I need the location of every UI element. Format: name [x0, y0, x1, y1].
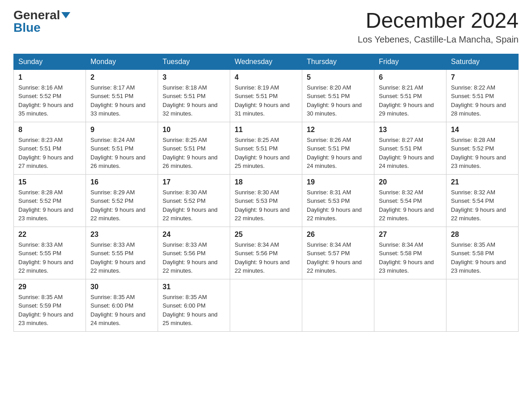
day-number: 21	[451, 178, 514, 186]
day-number: 22	[18, 231, 81, 239]
day-info: Sunrise: 8:30 AMSunset: 5:53 PMDaylight:…	[235, 188, 297, 223]
day-number: 11	[235, 126, 297, 134]
day-info: Sunrise: 8:25 AMSunset: 5:51 PMDaylight:…	[235, 136, 297, 171]
calendar-cell: 14Sunrise: 8:28 AMSunset: 5:52 PMDayligh…	[446, 122, 519, 174]
calendar-cell: 10Sunrise: 8:25 AMSunset: 5:51 PMDayligh…	[158, 122, 230, 174]
day-info: Sunrise: 8:22 AMSunset: 5:51 PMDaylight:…	[451, 83, 514, 118]
calendar-cell: 25Sunrise: 8:34 AMSunset: 5:56 PMDayligh…	[230, 227, 302, 279]
month-title: December 2024	[358, 9, 519, 33]
calendar-cell: 26Sunrise: 8:34 AMSunset: 5:57 PMDayligh…	[302, 227, 374, 279]
logo-blue-text: Blue	[13, 21, 41, 34]
weekday-header-tuesday: Tuesday	[158, 54, 230, 69]
calendar-cell: 24Sunrise: 8:33 AMSunset: 5:56 PMDayligh…	[158, 227, 230, 279]
calendar-header-row: SundayMondayTuesdayWednesdayThursdayFrid…	[14, 54, 519, 69]
calendar-week-row: 22Sunrise: 8:33 AMSunset: 5:55 PMDayligh…	[14, 227, 519, 279]
day-number: 5	[307, 73, 369, 81]
weekday-header-wednesday: Wednesday	[230, 54, 302, 69]
calendar-cell	[230, 279, 302, 331]
day-info: Sunrise: 8:33 AMSunset: 5:56 PMDaylight:…	[163, 240, 225, 275]
weekday-header-sunday: Sunday	[14, 54, 86, 69]
day-number: 15	[18, 178, 81, 186]
day-number: 31	[163, 283, 225, 291]
page-header: General Blue December 2024 Los Yebenes, …	[13, 9, 519, 45]
calendar-cell: 13Sunrise: 8:27 AMSunset: 5:51 PMDayligh…	[374, 122, 446, 174]
day-number: 2	[90, 73, 153, 81]
calendar-week-row: 8Sunrise: 8:23 AMSunset: 5:51 PMDaylight…	[14, 122, 519, 174]
calendar-cell: 12Sunrise: 8:26 AMSunset: 5:51 PMDayligh…	[302, 122, 374, 174]
calendar-cell: 17Sunrise: 8:30 AMSunset: 5:52 PMDayligh…	[158, 174, 230, 227]
day-number: 12	[307, 126, 369, 134]
calendar-table: SundayMondayTuesdayWednesdayThursdayFrid…	[13, 54, 519, 332]
day-info: Sunrise: 8:23 AMSunset: 5:51 PMDaylight:…	[18, 136, 81, 171]
calendar-cell: 19Sunrise: 8:31 AMSunset: 5:53 PMDayligh…	[302, 174, 374, 227]
day-info: Sunrise: 8:20 AMSunset: 5:51 PMDaylight:…	[307, 83, 369, 118]
day-number: 9	[90, 126, 153, 134]
day-number: 29	[18, 283, 81, 291]
day-info: Sunrise: 8:30 AMSunset: 5:52 PMDaylight:…	[163, 188, 225, 223]
calendar-week-row: 1Sunrise: 8:16 AMSunset: 5:52 PMDaylight…	[14, 69, 519, 122]
calendar-cell: 9Sunrise: 8:24 AMSunset: 5:51 PMDaylight…	[86, 122, 158, 174]
calendar-cell	[302, 279, 374, 331]
day-info: Sunrise: 8:31 AMSunset: 5:53 PMDaylight:…	[307, 188, 369, 223]
calendar-cell: 15Sunrise: 8:28 AMSunset: 5:52 PMDayligh…	[14, 174, 86, 227]
day-number: 27	[379, 231, 442, 239]
title-section: December 2024 Los Yebenes, Castille-La M…	[358, 9, 519, 45]
day-number: 3	[163, 73, 225, 81]
day-info: Sunrise: 8:18 AMSunset: 5:51 PMDaylight:…	[163, 83, 225, 118]
calendar-cell: 23Sunrise: 8:33 AMSunset: 5:55 PMDayligh…	[86, 227, 158, 279]
day-number: 1	[18, 73, 81, 81]
calendar-cell: 16Sunrise: 8:29 AMSunset: 5:52 PMDayligh…	[86, 174, 158, 227]
calendar-cell: 20Sunrise: 8:32 AMSunset: 5:54 PMDayligh…	[374, 174, 446, 227]
day-info: Sunrise: 8:28 AMSunset: 5:52 PMDaylight:…	[451, 136, 514, 171]
calendar-cell: 6Sunrise: 8:21 AMSunset: 5:51 PMDaylight…	[374, 69, 446, 122]
day-info: Sunrise: 8:29 AMSunset: 5:52 PMDaylight:…	[90, 188, 153, 223]
day-number: 19	[307, 178, 369, 186]
day-info: Sunrise: 8:34 AMSunset: 5:56 PMDaylight:…	[235, 240, 297, 275]
day-info: Sunrise: 8:17 AMSunset: 5:51 PMDaylight:…	[90, 83, 153, 118]
day-number: 16	[90, 178, 153, 186]
calendar-cell: 2Sunrise: 8:17 AMSunset: 5:51 PMDaylight…	[86, 69, 158, 122]
day-number: 20	[379, 178, 442, 186]
calendar-cell: 4Sunrise: 8:19 AMSunset: 5:51 PMDaylight…	[230, 69, 302, 122]
day-info: Sunrise: 8:34 AMSunset: 5:57 PMDaylight:…	[307, 240, 369, 275]
calendar-cell: 28Sunrise: 8:35 AMSunset: 5:58 PMDayligh…	[446, 227, 519, 279]
logo-triangle-icon	[61, 12, 70, 18]
day-number: 23	[90, 231, 153, 239]
calendar-cell: 31Sunrise: 8:35 AMSunset: 6:00 PMDayligh…	[158, 279, 230, 331]
day-info: Sunrise: 8:35 AMSunset: 5:59 PMDaylight:…	[18, 293, 81, 328]
day-info: Sunrise: 8:21 AMSunset: 5:51 PMDaylight:…	[379, 83, 442, 118]
day-number: 6	[379, 73, 442, 81]
day-info: Sunrise: 8:35 AMSunset: 6:00 PMDaylight:…	[90, 293, 153, 328]
calendar-cell: 22Sunrise: 8:33 AMSunset: 5:55 PMDayligh…	[14, 227, 86, 279]
day-info: Sunrise: 8:26 AMSunset: 5:51 PMDaylight:…	[307, 136, 369, 171]
day-info: Sunrise: 8:16 AMSunset: 5:52 PMDaylight:…	[18, 83, 81, 118]
day-info: Sunrise: 8:28 AMSunset: 5:52 PMDaylight:…	[18, 188, 81, 223]
day-number: 8	[18, 126, 81, 134]
day-info: Sunrise: 8:33 AMSunset: 5:55 PMDaylight:…	[90, 240, 153, 275]
day-info: Sunrise: 8:27 AMSunset: 5:51 PMDaylight:…	[379, 136, 442, 171]
calendar-cell: 7Sunrise: 8:22 AMSunset: 5:51 PMDaylight…	[446, 69, 519, 122]
day-number: 18	[235, 178, 297, 186]
day-number: 14	[451, 126, 514, 134]
day-info: Sunrise: 8:25 AMSunset: 5:51 PMDaylight:…	[163, 136, 225, 171]
day-number: 26	[307, 231, 369, 239]
weekday-header-thursday: Thursday	[302, 54, 374, 69]
logo: General Blue	[13, 9, 70, 34]
day-number: 10	[163, 126, 225, 134]
day-info: Sunrise: 8:35 AMSunset: 6:00 PMDaylight:…	[163, 293, 225, 328]
location-title: Los Yebenes, Castille-La Mancha, Spain	[358, 34, 519, 45]
calendar-cell: 21Sunrise: 8:32 AMSunset: 5:54 PMDayligh…	[446, 174, 519, 227]
weekday-header-saturday: Saturday	[446, 54, 519, 69]
day-number: 7	[451, 73, 514, 81]
day-number: 4	[235, 73, 297, 81]
day-number: 25	[235, 231, 297, 239]
calendar-cell: 3Sunrise: 8:18 AMSunset: 5:51 PMDaylight…	[158, 69, 230, 122]
day-number: 24	[163, 231, 225, 239]
day-info: Sunrise: 8:32 AMSunset: 5:54 PMDaylight:…	[451, 188, 514, 223]
calendar-cell: 29Sunrise: 8:35 AMSunset: 5:59 PMDayligh…	[14, 279, 86, 331]
calendar-cell: 18Sunrise: 8:30 AMSunset: 5:53 PMDayligh…	[230, 174, 302, 227]
day-number: 28	[451, 231, 514, 239]
day-info: Sunrise: 8:32 AMSunset: 5:54 PMDaylight:…	[379, 188, 442, 223]
calendar-cell: 30Sunrise: 8:35 AMSunset: 6:00 PMDayligh…	[86, 279, 158, 331]
calendar-cell: 1Sunrise: 8:16 AMSunset: 5:52 PMDaylight…	[14, 69, 86, 122]
